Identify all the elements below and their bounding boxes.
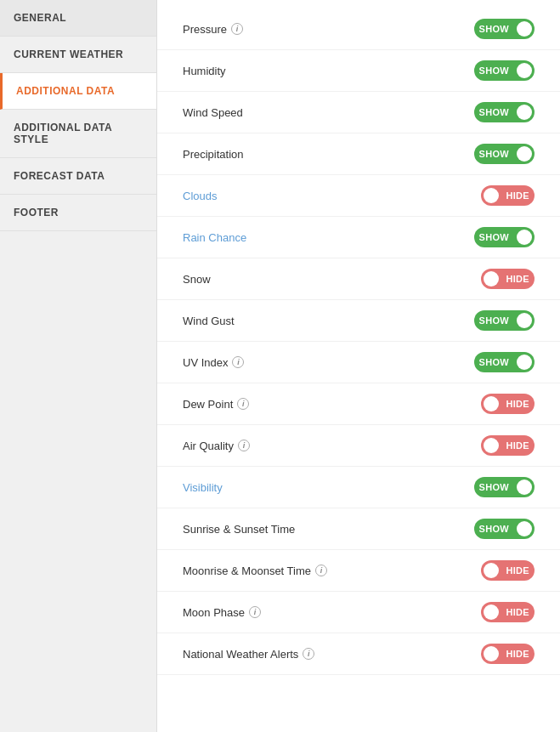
toggle-knob-uv-index [517, 355, 532, 370]
row-uv-index: UV IndexiSHOW [157, 342, 560, 383]
main-content: PressureiSHOWHumiditySHOWWind SpeedSHOWP… [157, 0, 560, 732]
row-snow: SnowHIDE [157, 258, 560, 300]
toggle-precipitation[interactable]: SHOW [474, 144, 535, 164]
toggle-knob-precipitation [517, 146, 532, 162]
info-icon-dew-point[interactable]: i [237, 398, 249, 410]
info-icon-air-quality[interactable]: i [238, 440, 250, 451]
label-rain-chance: Rain Chance [183, 231, 246, 244]
label-text-rain-chance: Rain Chance [183, 231, 246, 244]
sidebar-item-additional-data[interactable]: ADDITIONAL DATA [0, 73, 156, 110]
label-text-moon-phase: Moon Phase [183, 606, 245, 619]
toggle-clouds[interactable]: HIDE [481, 185, 535, 206]
toggle-label-moonrise-moonset: HIDE [501, 565, 535, 576]
info-icon-uv-index[interactable]: i [232, 356, 244, 368]
toggle-wrap-uv-index: SHOW [474, 352, 535, 372]
label-text-wind-gust: Wind Gust [183, 315, 235, 327]
toggle-knob-national-weather-alerts [484, 646, 499, 661]
info-icon-moon-phase[interactable]: i [249, 606, 261, 618]
toggle-wrap-air-quality: HIDE [481, 435, 535, 456]
toggle-rain-chance[interactable]: SHOW [474, 227, 535, 247]
toggle-wrap-wind-gust: SHOW [474, 310, 535, 331]
label-uv-index: UV Indexi [183, 356, 244, 369]
row-clouds: CloudsHIDE [157, 175, 560, 217]
toggle-knob-humidity [517, 63, 532, 78]
toggle-knob-wind-gust [517, 313, 532, 328]
row-moonrise-moonset: Moonrise & Moonset TimeiHIDE [157, 550, 560, 592]
toggle-visibility[interactable]: SHOW [474, 477, 535, 497]
label-wind-gust: Wind Gust [183, 315, 235, 327]
toggle-label-sunrise-sunset: SHOW [474, 524, 514, 534]
toggle-label-wind-gust: SHOW [474, 315, 514, 326]
toggle-label-dew-point: HIDE [501, 399, 535, 409]
label-dew-point: Dew Pointi [183, 398, 249, 411]
toggle-knob-clouds [484, 188, 499, 203]
toggle-uv-index[interactable]: SHOW [474, 352, 535, 372]
toggle-label-pressure: SHOW [474, 24, 514, 34]
label-air-quality: Air Qualityi [183, 440, 250, 452]
toggle-wrap-humidity: SHOW [474, 60, 535, 81]
label-text-visibility: Visibility [183, 481, 223, 494]
label-wind-speed: Wind Speed [183, 106, 243, 119]
toggle-knob-air-quality [484, 438, 499, 453]
row-wind-gust: Wind GustSHOW [157, 300, 560, 342]
row-dew-point: Dew PointiHIDE [157, 383, 560, 425]
label-pressure: Pressurei [183, 23, 243, 36]
toggle-label-uv-index: SHOW [474, 357, 514, 367]
toggle-moon-phase[interactable]: HIDE [481, 602, 535, 622]
toggle-label-wind-speed: SHOW [474, 107, 514, 117]
toggle-knob-moonrise-moonset [484, 563, 499, 578]
toggle-label-national-weather-alerts: HIDE [501, 649, 535, 659]
label-text-air-quality: Air Quality [183, 440, 234, 452]
toggle-knob-dew-point [484, 396, 499, 411]
row-pressure: PressureiSHOW [157, 9, 560, 50]
label-text-uv-index: UV Index [183, 356, 228, 369]
toggle-label-precipitation: SHOW [474, 149, 514, 159]
sidebar-item-general[interactable]: GENERAL [0, 0, 156, 37]
label-text-clouds: Clouds [183, 190, 217, 202]
label-text-pressure: Pressure [183, 23, 227, 36]
toggle-knob-pressure [517, 21, 532, 37]
toggle-wind-speed[interactable]: SHOW [474, 102, 535, 122]
toggle-moonrise-moonset[interactable]: HIDE [481, 560, 535, 581]
toggle-label-snow: HIDE [501, 274, 535, 284]
row-sunrise-sunset: Sunrise & Sunset TimeSHOW [157, 508, 560, 550]
toggle-wrap-moonrise-moonset: HIDE [481, 560, 535, 581]
sidebar-item-forecast-data[interactable]: FORECAST DATA [0, 158, 156, 195]
row-visibility: VisibilitySHOW [157, 467, 560, 508]
toggle-wrap-clouds: HIDE [481, 185, 535, 206]
toggle-label-clouds: HIDE [501, 190, 535, 201]
sidebar: GENERALCURRENT WEATHERADDITIONAL DATAADD… [0, 0, 157, 732]
toggle-sunrise-sunset[interactable]: SHOW [474, 519, 535, 539]
toggle-air-quality[interactable]: HIDE [481, 435, 535, 456]
toggle-wrap-dew-point: HIDE [481, 394, 535, 414]
sidebar-item-footer[interactable]: FOOTER [0, 195, 156, 231]
sidebar-item-current-weather[interactable]: CURRENT WEATHER [0, 37, 156, 73]
label-moon-phase: Moon Phasei [183, 606, 261, 619]
label-text-sunrise-sunset: Sunrise & Sunset Time [183, 523, 295, 536]
toggle-snow[interactable]: HIDE [481, 269, 535, 289]
row-humidity: HumiditySHOW [157, 50, 560, 92]
row-precipitation: PrecipitationSHOW [157, 133, 560, 175]
toggle-knob-moon-phase [484, 604, 499, 620]
toggle-knob-visibility [517, 479, 532, 495]
label-text-precipitation: Precipitation [183, 148, 244, 161]
row-wind-speed: Wind SpeedSHOW [157, 92, 560, 133]
toggle-humidity[interactable]: SHOW [474, 60, 535, 81]
toggle-dew-point[interactable]: HIDE [481, 394, 535, 414]
toggle-wind-gust[interactable]: SHOW [474, 310, 535, 331]
info-icon-moonrise-moonset[interactable]: i [315, 565, 327, 576]
toggle-knob-sunrise-sunset [517, 521, 532, 536]
toggle-wrap-rain-chance: SHOW [474, 227, 535, 247]
toggle-national-weather-alerts[interactable]: HIDE [481, 644, 535, 664]
toggle-wrap-wind-speed: SHOW [474, 102, 535, 122]
info-icon-national-weather-alerts[interactable]: i [303, 648, 314, 660]
row-rain-chance: Rain ChanceSHOW [157, 217, 560, 258]
toggle-wrap-visibility: SHOW [474, 477, 535, 497]
toggle-pressure[interactable]: SHOW [474, 19, 535, 39]
sidebar-item-additional-data-style[interactable]: ADDITIONAL DATA STYLE [0, 110, 156, 158]
toggle-wrap-precipitation: SHOW [474, 144, 535, 164]
info-icon-pressure[interactable]: i [231, 23, 243, 35]
toggle-wrap-national-weather-alerts: HIDE [481, 644, 535, 664]
label-visibility: Visibility [183, 481, 223, 494]
label-text-wind-speed: Wind Speed [183, 106, 243, 119]
